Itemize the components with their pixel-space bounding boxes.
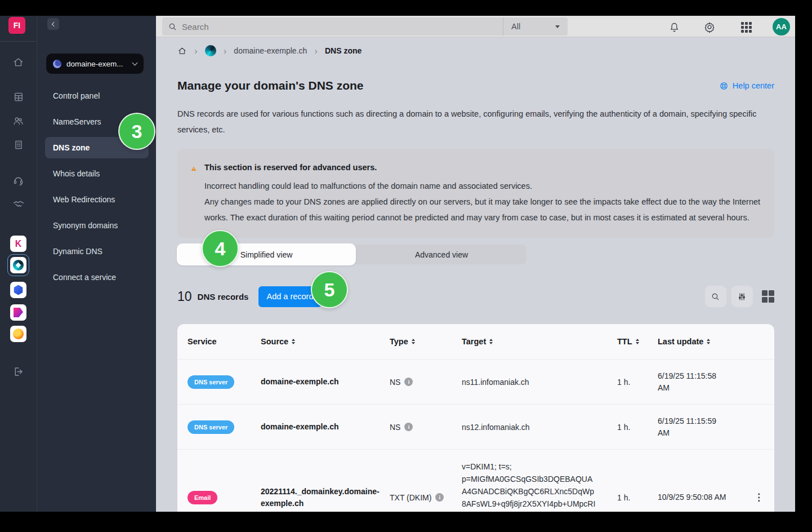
record-source: 20221114._domainkey.domaine-exemple.ch: [261, 486, 390, 509]
step-badge-3: 3: [118, 113, 155, 150]
users-icon[interactable]: [0, 113, 37, 128]
notifications-bell-icon[interactable]: [667, 20, 681, 34]
sort-icon: [707, 339, 710, 344]
kmeet-glyph: [14, 308, 23, 317]
home-icon[interactable]: [0, 55, 37, 69]
col-ttl[interactable]: TTL: [617, 337, 658, 346]
domain-selector[interactable]: domaine-exem...: [46, 54, 144, 74]
info-icon[interactable]: i: [404, 378, 413, 386]
record-target: ns12.infomaniak.ch: [462, 421, 596, 433]
warning-body: Incorrect handling could lead to malfunc…: [204, 178, 762, 225]
advanced-users-warning: This section is reserved for advanced us…: [177, 149, 774, 238]
settings-gear-icon[interactable]: [703, 20, 716, 34]
filter-sliders-icon: [737, 292, 747, 302]
global-search: All: [162, 17, 568, 36]
app-hosting-icon[interactable]: [10, 282, 26, 298]
col-last-update[interactable]: Last update: [658, 337, 743, 346]
vod-glyph: [13, 329, 24, 339]
grid-9-dots: [741, 22, 752, 33]
sidebar-item-whois-details[interactable]: Whois details: [45, 163, 149, 184]
record-ttl: 1 h.: [617, 423, 658, 432]
record-last-update: 10/9/25 9:50:08 AM: [658, 491, 726, 503]
lifebuoy-icon: [719, 81, 729, 91]
search-icon: [711, 292, 720, 302]
col-source[interactable]: Source: [261, 337, 390, 346]
sort-icon: [489, 339, 493, 344]
service-badge: DNS server: [188, 375, 234, 389]
record-type: TXT (DKIM): [390, 493, 431, 502]
page-title: Manage your domain's DNS zone: [177, 79, 364, 92]
breadcrumb-separator: ›: [224, 46, 227, 56]
app-domain-icon-active[interactable]: [10, 257, 26, 273]
app-vod-icon[interactable]: [10, 326, 26, 342]
service-badge: Email: [188, 491, 217, 504]
sidebar-item-connect-a-service[interactable]: Connect a service: [45, 267, 149, 288]
billing-icon[interactable]: [0, 90, 37, 104]
app-window: FI K domain: [0, 0, 812, 532]
dns-records-table: Service Source Type Target TTL Last upda…: [177, 324, 774, 512]
record-last-update: 6/19/25 11:15:59 AM: [658, 415, 726, 439]
info-icon[interactable]: i: [404, 423, 413, 431]
info-icon[interactable]: i: [435, 493, 444, 502]
sidebar-item-control-panel[interactable]: Control panel: [45, 85, 149, 107]
search-scope-value: All: [511, 22, 555, 31]
grid-view-toggle-icon[interactable]: [762, 290, 775, 303]
table-row[interactable]: DNS server domaine-exemple.ch NSi ns11.i…: [177, 359, 774, 404]
chevron-left-icon: [51, 21, 56, 26]
warning-title: This section is reserved for advanced us…: [204, 163, 762, 172]
table-row[interactable]: DNS server domaine-exemple.ch NSi ns12.i…: [177, 404, 774, 449]
search-scope-dropdown[interactable]: All: [503, 17, 568, 36]
breadcrumb-home-icon[interactable]: [177, 46, 187, 56]
infomaniak-logo[interactable]: FI: [8, 17, 25, 34]
letterbox-right: [795, 0, 812, 532]
apps-grid-icon[interactable]: [739, 20, 753, 34]
record-ttl: 1 h.: [617, 378, 658, 387]
sort-icon: [636, 339, 639, 344]
sort-icon: [412, 339, 415, 344]
warning-line-1: Incorrect handling could lead to malfunc…: [204, 178, 762, 194]
row-actions-kebab-icon[interactable]: ⋮: [743, 491, 774, 503]
step-badge-5: 5: [311, 271, 348, 308]
organization-icon[interactable]: [0, 138, 37, 152]
app-kmeet-icon[interactable]: [10, 304, 26, 321]
col-type[interactable]: Type: [390, 337, 462, 346]
caret-down-icon: [555, 25, 560, 28]
breadcrumb-separator: ›: [314, 46, 318, 56]
table-filter-button[interactable]: [731, 286, 753, 307]
col-target[interactable]: Target: [462, 337, 617, 346]
record-target: v=DKIM1; t=s; p=MIGfMA0GCSqGSIb3DQEBAQUA…: [462, 460, 596, 512]
breadcrumb-domain[interactable]: domaine-exemple.ch: [234, 46, 307, 55]
logout-icon[interactable]: [0, 364, 37, 379]
sidebar-item-web-redirections[interactable]: Web Redirections: [45, 189, 149, 210]
partner-icon[interactable]: [0, 197, 37, 211]
sidebar-collapse-button[interactable]: [47, 18, 59, 30]
help-center-link[interactable]: Help center: [719, 81, 774, 91]
rail-divider: [0, 41, 37, 42]
record-target: ns11.infomaniak.ch: [462, 376, 596, 388]
sidebar-item-dynamic-dns[interactable]: Dynamic DNS: [45, 241, 149, 262]
record-type: NS: [390, 378, 400, 387]
warning-line-2: Any changes made to your DNS zones are a…: [204, 194, 762, 225]
table-search-button[interactable]: [705, 286, 726, 307]
hosting-glyph: [14, 285, 24, 295]
app-ksuite-icon[interactable]: K: [10, 236, 26, 252]
tab-advanced-view[interactable]: Advanced view: [356, 245, 527, 264]
domain-selector-label: domaine-exem...: [66, 60, 133, 68]
search-input[interactable]: [182, 22, 430, 32]
record-type: NS: [390, 423, 400, 432]
dns-records-count: 10: [177, 289, 192, 304]
record-source: domaine-exemple.ch: [261, 376, 390, 388]
help-center-label: Help center: [733, 81, 774, 90]
support-icon[interactable]: [0, 173, 37, 188]
domain-app-glyph: [13, 260, 24, 271]
table-row[interactable]: Email 20221114._domainkey.domaine-exempl…: [177, 449, 774, 512]
sort-icon: [292, 339, 295, 344]
breadcrumb-app-icon[interactable]: [205, 45, 216, 56]
user-avatar[interactable]: AA: [773, 18, 790, 36]
letterbox-top: [0, 0, 812, 16]
ksuite-letter: K: [15, 239, 22, 249]
sidebar-item-synonym-domains[interactable]: Synonym domains: [45, 215, 149, 236]
top-bar: All AA: [156, 16, 795, 37]
sidebar-menu-panel: domaine-exem... Control panel NameServer…: [37, 16, 156, 512]
breadcrumb-current: DNS zone: [325, 46, 362, 55]
